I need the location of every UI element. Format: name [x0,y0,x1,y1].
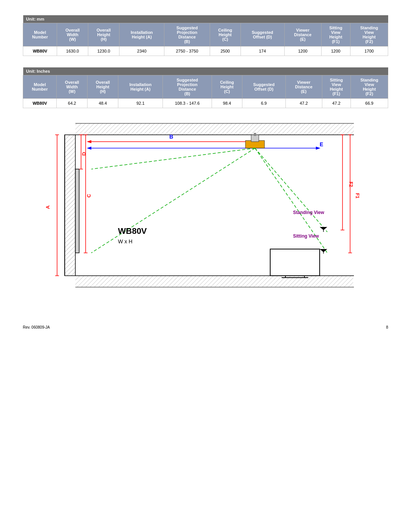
footer: Rev. 060809-JA 8 [23,325,388,329]
in-col-sitting: SittingViewHeight(F1) [322,75,351,99]
svg-line-30 [91,148,255,253]
col-ceiling: CeilingHeight(C) [210,23,241,46]
label-F2: F2 [348,182,354,187]
mm-unit-header: Unit: mm [23,15,388,23]
mm-offset: 174 [241,46,284,56]
revision-text: Rev. 060809-JA [23,325,50,329]
svg-rect-5 [75,123,354,135]
in-ceiling: 98.4 [212,99,242,108]
label-E: E [320,141,323,147]
inches-table: Unit: Inches ModelNumber OverallWidth(W)… [23,67,388,108]
in-sitting: 47.2 [322,99,351,108]
mm-ceiling: 2500 [210,46,241,56]
in-col-model: ModelNumber [23,75,57,99]
dimensions-label: W x H [118,238,132,244]
svg-marker-24 [87,147,91,150]
col-sitting: SittingViewHeight(F1) [321,23,350,46]
standing-view-label: Standing View [293,210,324,215]
svg-rect-33 [270,249,320,276]
in-install: 92.1 [118,99,163,108]
inches-unit-header: Unit: Inches [23,67,388,75]
inches-table-wrapper: Unit: Inches ModelNumber OverallWidth(W)… [23,67,388,108]
label-F1: F1 [355,193,360,198]
label-C: C [86,194,92,198]
in-col-install: InstallationHeight (A) [118,75,163,99]
in-width: 64.2 [57,99,88,108]
svg-line-29 [91,148,255,169]
in-standing: 66.9 [351,99,388,108]
diagram-container: A D C B E WB80V [42,120,369,295]
svg-rect-2 [65,135,75,276]
in-col-ceiling: CeilingHeight(C) [212,75,242,99]
in-viewer: 47.2 [285,99,322,108]
sitting-view-label: Sitting View [293,233,319,239]
col-offset: SuggestedOffset (D) [241,23,284,46]
col-projection: SuggestedProjectionDistance(B) [164,23,210,46]
mm-data-row: WB80V 1630.0 1230.0 2340 2750 - 3750 250… [23,46,388,56]
mm-height: 1230.0 [88,46,119,56]
col-model: ModelNumber [23,23,57,46]
svg-rect-10 [75,169,79,253]
diagram-svg: A D C B E WB80V [42,120,369,295]
svg-line-31 [255,148,327,232]
label-B: B [169,134,173,140]
mm-sitting: 1200 [321,46,350,56]
in-col-offset: SuggestedOffset (D) [242,75,285,99]
in-projection: 108.3 - 147.6 [163,99,212,108]
mm-table-wrapper: Unit: mm ModelNumber OverallWidth(W) Ove… [23,15,388,56]
col-width: OverallWidth(W) [57,23,88,46]
svg-marker-21 [87,140,91,143]
svg-rect-8 [75,276,353,287]
label-A: A [45,205,51,209]
mm-standing: 1700 [350,46,388,56]
mm-width: 1630.0 [57,46,88,56]
mm-model: WB80V [23,46,57,56]
model-label: WB80V [118,226,147,236]
page-number: 8 [386,325,388,329]
in-col-standing: StandingViewHeight(F2) [351,75,388,99]
svg-rect-28 [254,133,256,136]
in-col-projection: SuggestedProjectionDistance(B) [163,75,212,99]
inches-data-row: WB80V 64.2 48.4 92.1 108.3 - 147.6 98.4 … [23,99,388,108]
col-viewer: ViewerDistance(E) [284,23,321,46]
in-model: WB80V [23,99,57,108]
in-offset: 6.9 [242,99,285,108]
in-col-height: OverallHeight(H) [88,75,118,99]
in-col-width: OverallWidth(W) [57,75,88,99]
mm-install: 2340 [119,46,164,56]
mm-projection: 2750 - 3750 [164,46,210,56]
mm-table: Unit: mm ModelNumber OverallWidth(W) Ove… [23,15,388,56]
col-height: OverallHeight(H) [88,23,119,46]
col-standing: StandingViewHeight(F2) [350,23,388,46]
col-install: InstallationHeight (A) [119,23,164,46]
mm-viewer: 1200 [284,46,321,56]
in-height: 48.4 [88,99,118,108]
in-col-viewer: ViewerDistance(E) [285,75,322,99]
